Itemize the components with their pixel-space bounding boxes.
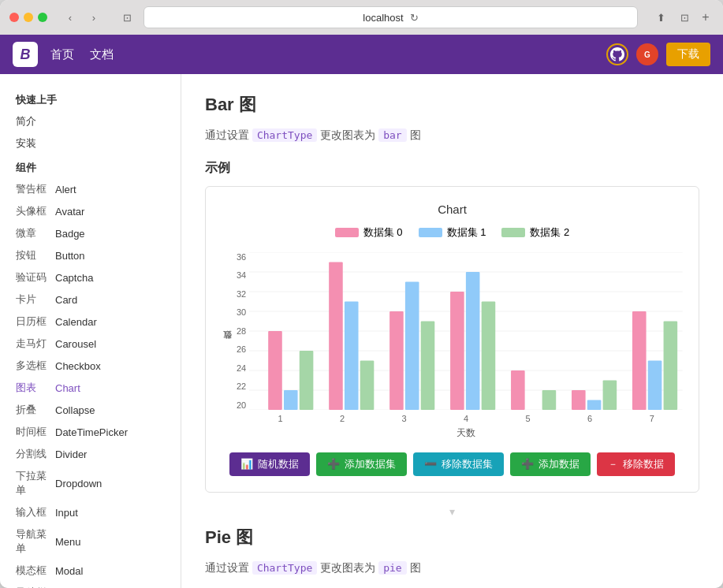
svg-rect-25 bbox=[587, 400, 602, 410]
sidebar-item-datetimepicker[interactable]: 时间框 DateTimePicker bbox=[0, 421, 181, 443]
window-layout-button[interactable]: ⊡ bbox=[117, 9, 137, 25]
y-tick-36: 36 bbox=[237, 252, 246, 262]
svg-rect-23 bbox=[542, 390, 557, 410]
forward-button[interactable]: › bbox=[84, 9, 104, 25]
random-data-label: 随机数据 bbox=[258, 457, 299, 471]
add-dataset-button[interactable]: ➕ 添加数据集 bbox=[316, 452, 407, 476]
pie-code-charttype: ChartType bbox=[252, 561, 317, 575]
x-tick-3: 3 bbox=[402, 414, 407, 423]
y-tick-20: 20 bbox=[237, 400, 246, 410]
sidebar-item-collapse[interactable]: 折叠 Collapse bbox=[0, 399, 181, 421]
sidebar-item-menu[interactable]: 导航菜单 Menu bbox=[0, 523, 181, 560]
svg-rect-20 bbox=[482, 301, 496, 410]
bar-section: Bar 图 通过设置 ChartType 更改图表为 bar 图 示例 Char… bbox=[205, 93, 699, 518]
svg-rect-14 bbox=[360, 360, 375, 410]
add-data-button[interactable]: ➕ 添加数据 bbox=[510, 452, 591, 476]
svg-rect-18 bbox=[450, 292, 464, 410]
refresh-button[interactable]: ↻ bbox=[410, 12, 419, 24]
svg-rect-24 bbox=[572, 390, 586, 410]
address-text: localhost bbox=[363, 12, 403, 24]
bar-chart-svg bbox=[249, 252, 683, 410]
sidebar-item-checkbox[interactable]: 多选框 Checkbox bbox=[0, 355, 181, 377]
sidebar-item-intro[interactable]: 简介 bbox=[0, 110, 181, 132]
add-data-label: 添加数据 bbox=[539, 457, 580, 471]
nav-docs[interactable]: 文档 bbox=[90, 47, 114, 62]
sidebar-item-install[interactable]: 安装 bbox=[0, 132, 181, 154]
download-button[interactable]: 下载 bbox=[666, 43, 710, 66]
nav-home[interactable]: 首页 bbox=[50, 47, 74, 62]
sidebar-item-nav[interactable]: 导航栏 Nav bbox=[0, 582, 181, 588]
x-tick-7: 7 bbox=[650, 414, 654, 423]
remove-dataset-button[interactable]: ➖ 移除数据集 bbox=[413, 452, 504, 476]
sidebar-item-card[interactable]: 卡片 Card bbox=[0, 288, 181, 311]
x-tick-4: 4 bbox=[464, 414, 468, 423]
legend-item-0: 数据集 0 bbox=[335, 225, 403, 240]
pie-section: Pie 图 通过设置 ChartType 更改图表为 pie 图 示例 bbox=[205, 526, 699, 588]
remove-data-icon: － bbox=[608, 457, 618, 471]
y-tick-32: 32 bbox=[237, 289, 246, 299]
address-bar[interactable]: localhost ↻ bbox=[143, 6, 638, 28]
y-tick-22: 22 bbox=[237, 381, 246, 391]
remove-dataset-label: 移除数据集 bbox=[442, 457, 493, 471]
chart-title: Chart bbox=[222, 203, 683, 216]
random-data-icon: 📊 bbox=[240, 458, 253, 470]
chart-plot-area: 1 2 3 4 5 6 7 天数 bbox=[249, 252, 683, 440]
sidebar-item-captcha[interactable]: 验证码 Captcha bbox=[0, 266, 181, 288]
remove-data-label: 移除数据 bbox=[623, 457, 664, 471]
code-bar: bar bbox=[378, 128, 406, 142]
new-tab-button[interactable]: + bbox=[698, 9, 714, 25]
x-tick-6: 6 bbox=[587, 414, 592, 423]
svg-rect-11 bbox=[300, 351, 314, 410]
sidebar-item-chart[interactable]: 图表 Chart bbox=[0, 377, 181, 399]
sidebar-item-modal[interactable]: 模态框 Modal bbox=[0, 560, 181, 582]
sidebar-item-divider[interactable]: 分割线 Divider bbox=[0, 443, 181, 465]
x-tick-2: 2 bbox=[340, 414, 345, 423]
svg-rect-12 bbox=[329, 262, 343, 410]
share-button[interactable]: ⬆ bbox=[650, 9, 671, 25]
svg-rect-13 bbox=[345, 301, 359, 410]
close-button[interactable] bbox=[9, 13, 19, 22]
sidebar-item-dropdown[interactable]: 下拉菜单 Dropdown bbox=[0, 465, 181, 501]
sidebar-item-badge[interactable]: 微章 Badge bbox=[0, 222, 181, 244]
random-data-button[interactable]: 📊 随机数据 bbox=[229, 452, 310, 476]
header-right: G 下载 bbox=[606, 43, 710, 66]
svg-rect-28 bbox=[648, 360, 662, 410]
sidebar-item-carousel[interactable]: 走马灯 Carousel bbox=[0, 333, 181, 355]
gitlab-icon[interactable]: G bbox=[636, 43, 658, 65]
y-tick-34: 34 bbox=[237, 270, 246, 280]
sidebar-item-alert[interactable]: 警告框 Alert bbox=[0, 178, 181, 200]
brand-logo: B bbox=[13, 42, 38, 67]
example-label: 示例 bbox=[205, 160, 699, 177]
bar-title: Bar 图 bbox=[205, 93, 699, 117]
sidebar-section-quickstart: 快速上手 bbox=[0, 87, 181, 110]
github-icon[interactable] bbox=[606, 43, 628, 65]
legend-item-2: 数据集 2 bbox=[501, 225, 569, 240]
y-tick-26: 26 bbox=[237, 344, 246, 354]
chart-legend: 数据集 0 数据集 1 数据集 2 bbox=[222, 225, 683, 240]
svg-rect-16 bbox=[405, 281, 419, 410]
main-layout: 快速上手 简介 安装 组件 警告框 Alert 头像框 Avatar 微章 Ba… bbox=[0, 74, 723, 588]
sidebar-button[interactable]: ⊡ bbox=[674, 9, 695, 25]
remove-dataset-icon: ➖ bbox=[424, 458, 437, 470]
scroll-indicator: ▾ bbox=[205, 505, 699, 518]
sidebar: 快速上手 简介 安装 组件 警告框 Alert 头像框 Avatar 微章 Ba… bbox=[0, 74, 181, 588]
sidebar-item-input[interactable]: 输入框 Input bbox=[0, 501, 181, 523]
sidebar-section-components: 组件 bbox=[0, 154, 181, 178]
header-nav: 首页 文档 bbox=[50, 47, 114, 62]
remove-data-button[interactable]: － 移除数据 bbox=[597, 452, 675, 476]
add-dataset-icon: ➕ bbox=[327, 458, 340, 470]
svg-rect-29 bbox=[664, 321, 678, 410]
svg-rect-27 bbox=[632, 311, 647, 410]
svg-rect-19 bbox=[466, 272, 480, 410]
x-tick-1: 1 bbox=[278, 414, 282, 423]
sidebar-item-avatar[interactable]: 头像框 Avatar bbox=[0, 200, 181, 222]
svg-rect-17 bbox=[421, 321, 435, 410]
sidebar-item-calendar[interactable]: 日历框 Calendar bbox=[0, 311, 181, 333]
nav-arrows: ‹ › bbox=[60, 9, 104, 25]
back-button[interactable]: ‹ bbox=[60, 9, 80, 25]
maximize-button[interactable] bbox=[38, 13, 47, 22]
y-tick-30: 30 bbox=[237, 307, 246, 317]
sidebar-item-button[interactable]: 按钮 Button bbox=[0, 244, 181, 266]
minimize-button[interactable] bbox=[24, 13, 33, 22]
legend-label-2: 数据集 2 bbox=[530, 225, 569, 240]
